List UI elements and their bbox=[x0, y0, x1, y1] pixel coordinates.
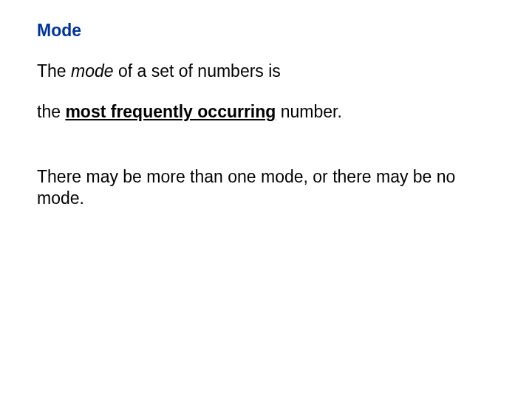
explanation-line: There may be more than one mode, or ther… bbox=[37, 166, 495, 209]
text-part: the bbox=[37, 102, 65, 121]
text-part: of a set of numbers is bbox=[114, 61, 281, 81]
definition-line-1: The mode of a set of numbers is bbox=[37, 61, 495, 81]
emphasized-text: most frequently occurring bbox=[65, 102, 276, 121]
term-mode: mode bbox=[71, 61, 114, 81]
text-part: number. bbox=[276, 102, 342, 121]
definition-line-2: the most frequently occurring number. bbox=[37, 102, 495, 122]
text-part: The bbox=[37, 61, 71, 81]
heading: Mode bbox=[37, 21, 495, 41]
